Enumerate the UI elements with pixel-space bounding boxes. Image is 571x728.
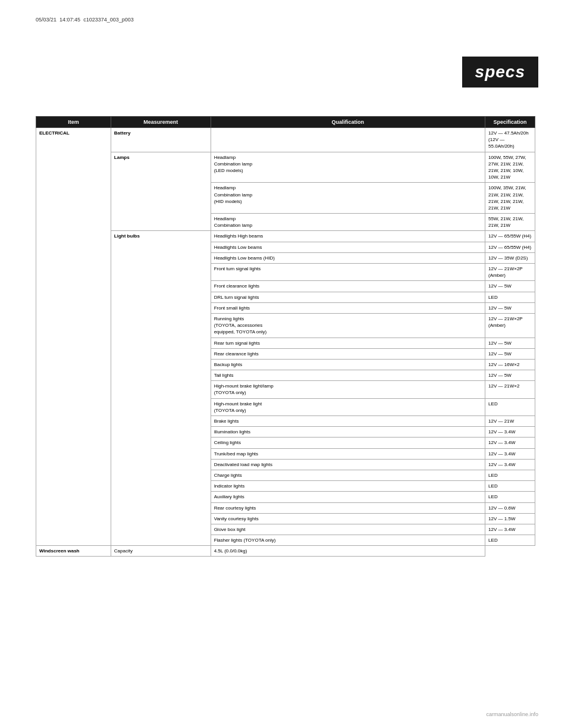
specification-bulb-3: 12V — 21W×2P (Amber) [485,264,535,281]
table-row: Light bulbs Headlights High beams 12V — … [36,231,535,242]
specification-battery: 12V — 47.5Ah/20h (12V — 55.0Ah/20h) [485,128,535,152]
specification-bulb-23: 12V — 1.5W [485,513,535,524]
qualification-bulb-12: High-mount brake light/lamp (TOYOTA only… [211,381,485,398]
specification-bulb-24: 12V — 3.4W [485,524,535,535]
col-header-measurement: Measurement [111,117,211,128]
qualification-bulb-1: Headlights Low beams [211,242,485,252]
table-row: Lamps Headlamp Combination lamp (LED mod… [36,152,535,183]
specification-lamps-2: 55W, 21W, 21W, 21W, 21W [485,214,535,231]
measurement-battery: Battery [111,128,211,152]
qualification-battery [211,128,485,152]
qualification-bulb-11: Tail lights [211,370,485,381]
specification-bulb-7: 12V — 21W×2P (Amber) [485,313,535,338]
specification-bulb-20: LED [485,481,535,492]
measurement-windscreen: Windscreen wash [36,546,111,557]
qualification-bulb-8: Rear turn signal lights [211,338,485,348]
specification-bulb-12: 12V — 21W×2 [485,381,535,398]
specification-bulb-13: LED [485,398,535,415]
specification-windscreen: 4.5L (0.0/0.0kg) [211,546,485,557]
qualification-bulb-25: Flasher lights (TOYOTA only) [211,535,485,546]
header-meta: 05/03/21 14:07:45 c1023374_003_p003 [36,17,134,23]
specification-bulb-22: 12V — 0.6W [485,502,535,513]
watermark: carmanualsonline.info [486,711,538,717]
specification-bulb-14: 12V — 21W [485,416,535,427]
specification-bulb-4: 12V — 5W [485,281,535,292]
qualification-bulb-14: Brake lights [211,416,485,427]
table-row: Windscreen wash Capacity 4.5L (0.0/0.0kg… [36,546,535,557]
specification-bulb-15: 12V — 3.4W [485,427,535,438]
specification-bulb-18: 12V — 3.4W [485,459,535,470]
qualification-bulb-3: Front turn signal lights [211,264,485,281]
col-header-specification: Specification [485,117,535,128]
specification-bulb-0: 12V — 65/55W (H4) [485,231,535,242]
qualification-bulb-10: Backup lights [211,359,485,370]
qualification-bulb-20: Indicator lights [211,481,485,492]
col-header-item: Item [36,117,111,128]
specification-bulb-1: 12V — 65/55W (H4) [485,242,535,252]
specification-bulb-16: 12V — 3.4W [485,438,535,448]
qualification-bulb-23: Vanity courtesy lights [211,513,485,524]
specification-bulb-17: 12V — 3.4W [485,448,535,459]
measurement-lamps: Lamps [111,152,211,231]
qualification-bulb-4: Front clearance lights [211,281,485,292]
qualification-windscreen: Capacity [111,546,211,557]
table-row: ELECTRICAL Battery 12V — 47.5Ah/20h (12V… [36,128,535,152]
qualification-bulb-9: Rear clearance lights [211,348,485,359]
qualification-bulb-19: Charge lights [211,470,485,480]
specification-bulb-8: 12V — 5W [485,338,535,348]
qualification-bulb-15: Illumination lights [211,427,485,438]
specification-bulb-2: 12V — 35W (D2S) [485,252,535,263]
specification-lamps-0: 100W, 55W, 27W, 27W, 21W, 21W, 21W, 21W,… [485,152,535,183]
measurement-light-bulbs: Light bulbs [111,231,211,546]
qualification-bulb-2: Headlights Low beams (HID) [211,252,485,263]
specification-bulb-9: 12V — 5W [485,348,535,359]
specification-bulb-21: LED [485,492,535,502]
qualification-bulb-24: Glove box light [211,524,485,535]
qualification-bulb-6: Front small lights [211,302,485,313]
col-header-qualification: Qualification [211,117,485,128]
specification-lamps-1: 100W, 35W, 21W, 21W, 21W, 21W, 21W, 21W,… [485,183,535,214]
specification-bulb-19: LED [485,470,535,480]
qualification-bulb-7: Running lights (TOYOTA, accessories equi… [211,313,485,338]
item-electrical: ELECTRICAL [36,128,111,546]
qualification-bulb-16: Ceiling lights [211,438,485,448]
specification-bulb-25: LED [485,535,535,546]
qualification-bulb-0: Headlights High beams [211,231,485,242]
specification-bulb-11: 12V — 5W [485,370,535,381]
qualification-bulb-13: High-mount brake light (TOYOTA only) [211,398,485,415]
qualification-bulb-22: Rear courtesy lights [211,502,485,513]
qualification-lamps-0: Headlamp Combination lamp (LED models) [211,152,485,183]
specs-badge: specs [462,57,538,88]
specs-table: Item Measurement Qualification Specifica… [36,116,535,557]
qualification-bulb-21: Auxiliary lights [211,492,485,502]
specification-bulb-5: LED [485,292,535,302]
specification-bulb-10: 12V — 16W×2 [485,359,535,370]
qualification-lamps-2: Headlamp Combination lamp [211,214,485,231]
qualification-lamps-1: Headlamp Combination lamp (HID models) [211,183,485,214]
specs-table-container: Item Measurement Qualification Specifica… [36,116,535,557]
qualification-bulb-18: Deactivated load map lights [211,459,485,470]
qualification-bulb-5: DRL turn signal lights [211,292,485,302]
specification-bulb-6: 12V — 5W [485,302,535,313]
qualification-bulb-17: Trunk/bed map lights [211,448,485,459]
